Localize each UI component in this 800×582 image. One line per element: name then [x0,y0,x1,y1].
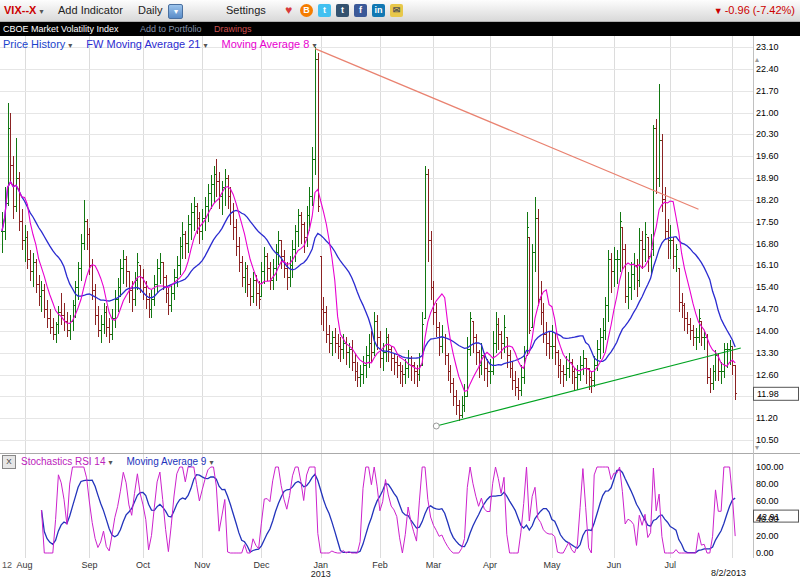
blogger-icon[interactable]: B [300,4,313,17]
last-price-box: 11.98 [754,387,799,400]
svg-text:80.00: 80.00 [756,479,779,489]
axis-scroll-down-icon[interactable]: ▾ [755,443,759,452]
chevron-down-icon: ▾ [312,41,316,50]
svg-text:11.98: 11.98 [757,389,779,399]
svg-text:16.80: 16.80 [756,239,779,249]
svg-text:40.00: 40.00 [756,514,779,524]
index-name: CBOE Market Volatility Index [3,22,119,36]
month-label: Apr [483,560,497,570]
price-pane-header: Price History▾FW Moving Average 21▾Movin… [3,38,330,50]
stoch-line [42,467,736,553]
price-chart[interactable]: 10.5011.2011.9012.6013.3014.0014.7015.40… [0,36,800,453]
chevron-down-icon: ▾ [204,41,208,50]
indicator-moving-average-9[interactable]: Moving Average 9▾ [127,456,214,467]
svg-text:20.00: 20.00 [756,531,779,541]
indicator-fw-moving-average-21[interactable]: FW Moving Average 21▾ [86,38,207,50]
share-icons: ♥Bttfin✉ [282,4,403,17]
indicator-price-history[interactable]: Price History▾ [3,38,72,50]
twitter-icon[interactable]: t [318,4,331,17]
month-label: Oct [136,560,150,570]
svg-text:15.40: 15.40 [756,282,779,292]
tumblr-icon[interactable]: t [336,4,349,17]
month-label: Sep [81,560,97,570]
chevron-down-icon: ▾ [68,41,72,50]
toolbar: VIX--X▾ Add Indicator Daily▾ Settings ♥B… [0,0,800,22]
svg-text:19.60: 19.60 [756,151,779,161]
axis-scroll-up-icon[interactable]: ▴ [755,55,759,64]
month-label: Nov [194,560,210,570]
price-gridlines [0,36,754,453]
svg-text:18.90: 18.90 [756,173,779,183]
month-label: Dec [253,560,269,570]
symbol-selector[interactable]: VIX--X▾ [4,0,43,21]
down-arrow-icon: ▼ [714,6,723,16]
infobar: CBOE Market Volatility Index Add to Port… [0,22,800,36]
downtrend-line[interactable] [315,49,699,210]
indicator-label-1: FW Moving Average 21 [86,38,200,50]
month-label: May [543,560,560,570]
svg-text:17.50: 17.50 [756,217,779,227]
svg-text:20.30: 20.30 [756,129,779,139]
price-bars [1,47,738,421]
settings-button[interactable]: Settings [226,0,266,21]
svg-text:22.40: 22.40 [756,64,779,74]
chevron-down-icon: ▾ [108,458,112,467]
svg-text:100.00: 100.00 [756,462,784,472]
svg-text:10.50: 10.50 [756,435,779,445]
svg-text:18.20: 18.20 [756,195,779,205]
month-label: Jun [607,560,622,570]
add-indicator-button[interactable]: Add Indicator [58,0,123,21]
indicator-label-0: Stochastics RSI 14 [21,456,105,467]
charting-app: VIX--X▾ Add Indicator Daily▾ Settings ♥B… [0,0,800,582]
add-to-portfolio-link[interactable]: Add to Portfolio [140,22,202,36]
last-date-label: 8/2/2013 [711,568,746,578]
indicator-label-1: Moving Average 9 [127,456,207,467]
jan-year-label: 2013 [311,569,331,579]
svg-text:21.70: 21.70 [756,86,779,96]
stoch-pane-header: XStochastics RSI 14▾Moving Average 9▾ [2,455,227,469]
chevron-down-icon: ▾ [209,458,213,467]
svg-text:11.20: 11.20 [756,413,778,423]
month-label: Jul [665,560,677,570]
svg-text:13.30: 13.30 [756,348,779,358]
svg-text:14.70: 14.70 [756,304,779,314]
symbol-label: VIX--X [4,4,36,16]
month-label: Feb [372,560,388,570]
trendline-handle[interactable] [433,423,439,429]
indicator-label-0: Price History [3,38,65,50]
indicator-moving-average-8[interactable]: Moving Average 8▾ [222,38,317,50]
stoch-ma-line [42,470,736,553]
month-label: Mar [426,560,442,570]
price-change: ▼-0.96 (-7.42%) [714,0,795,21]
timeframe-selector[interactable]: Daily▾ [138,0,183,21]
settings-label: Settings [226,4,266,16]
email-icon[interactable]: ✉ [390,4,403,17]
indicator-label-2: Moving Average 8 [222,38,310,50]
change-text: -0.96 (-7.42%) [725,4,795,16]
year-start-label: 12 [2,560,12,570]
timeframe-label: Daily [138,4,162,16]
facebook-icon[interactable]: f [354,4,367,17]
svg-text:16.10: 16.10 [756,260,779,270]
heart-icon[interactable]: ♥ [282,4,295,17]
time-axis: 12 2013 8/2/2013 AugSepOctNovDecJanFebMa… [0,558,800,582]
svg-text:14.00: 14.00 [756,326,779,336]
add-indicator-label: Add Indicator [58,4,123,16]
svg-text:60.00: 60.00 [756,496,779,506]
price-axis-labels: 10.5011.2011.9012.6013.3014.0014.7015.40… [756,42,779,445]
chevron-down-icon: ▾ [168,4,183,19]
svg-text:0.00: 0.00 [756,548,774,558]
chevron-down-icon: ▾ [39,7,43,16]
indicator-stochastics-rsi-14[interactable]: Stochastics RSI 14▾ [21,456,113,467]
svg-text:12.60: 12.60 [756,370,779,380]
close-indicator-button[interactable]: X [2,455,16,469]
drawings-link[interactable]: Drawings [214,22,252,36]
svg-text:23.10: 23.10 [756,42,779,52]
svg-text:21.00: 21.00 [756,108,779,118]
month-label: Aug [17,560,33,570]
linkedin-icon[interactable]: in [372,4,385,17]
month-label: Jan [313,560,328,570]
